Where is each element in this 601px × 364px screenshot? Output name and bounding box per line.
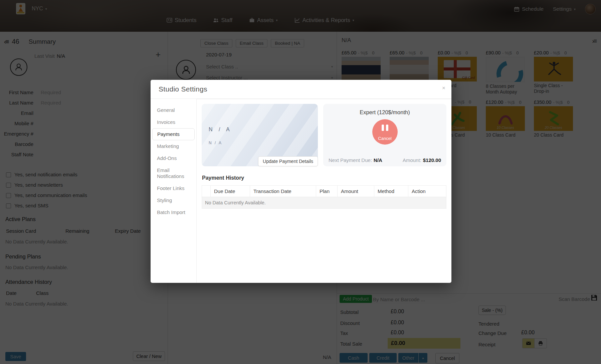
tab-general[interactable]: General [151, 104, 196, 116]
tab-styling[interactable]: Styling [151, 194, 196, 206]
empty-state-text: No Data Currently Available. [202, 197, 446, 209]
modal-title: Studio Settings [159, 85, 207, 93]
settings-tab-list: General Invoices Payments Marketing Add-… [151, 99, 196, 283]
payments-tab-panel: N / A N / A Update Payment Details Exper… [196, 99, 451, 283]
tab-batch-import[interactable]: Batch Import [151, 206, 196, 218]
tab-marketing[interactable]: Marketing [151, 140, 196, 152]
tab-payments[interactable]: Payments [152, 128, 195, 140]
column-header: Action [408, 186, 446, 197]
subscription-card: Expert (120$/month) Cancel Next Payment … [323, 104, 446, 166]
close-icon[interactable]: × [442, 85, 445, 92]
column-header: Method [374, 186, 408, 197]
next-due-label: Next Payment Due: [329, 157, 372, 163]
amount-label: Amount: [403, 157, 421, 163]
card-number-value: N / A [209, 127, 232, 133]
payment-history-table: Due Date Transaction Date Plan Amount Me… [202, 185, 446, 209]
tab-add-ons[interactable]: Add-Ons [151, 152, 196, 164]
tab-footer-links[interactable]: Footer Links [151, 182, 196, 194]
amount-value: $120.00 [423, 157, 441, 163]
payment-card-preview: N / A N / A Update Payment Details [202, 104, 318, 166]
amount: Amount:$120.00 [403, 157, 441, 163]
column-header-blank [202, 186, 211, 197]
column-header: Amount [338, 186, 374, 197]
card-holder-value: N / A [209, 141, 222, 145]
cancel-label: Cancel [372, 136, 398, 141]
column-header: Plan [316, 186, 338, 197]
tab-invoices[interactable]: Invoices [151, 116, 196, 128]
column-header: Transaction Date [250, 186, 316, 197]
modal-header: Studio Settings × [151, 80, 451, 99]
next-payment-due: Next Payment Due:N/A [329, 157, 382, 163]
app-window: NYC ▾ Students Staff Assets ▾ Activities… [0, 0, 601, 364]
column-header: Due Date [211, 186, 250, 197]
studio-settings-modal: Studio Settings × General Invoices Payme… [151, 80, 451, 283]
cancel-subscription-button[interactable]: Cancel [372, 119, 398, 145]
payment-history-title: Payment History [202, 175, 446, 181]
update-payment-details-button[interactable]: Update Payment Details [258, 156, 318, 166]
plan-title: Expert (120$/month) [323, 104, 446, 116]
next-due-value: N/A [374, 157, 382, 163]
tab-email-notifications[interactable]: Email Notifications [151, 164, 196, 182]
